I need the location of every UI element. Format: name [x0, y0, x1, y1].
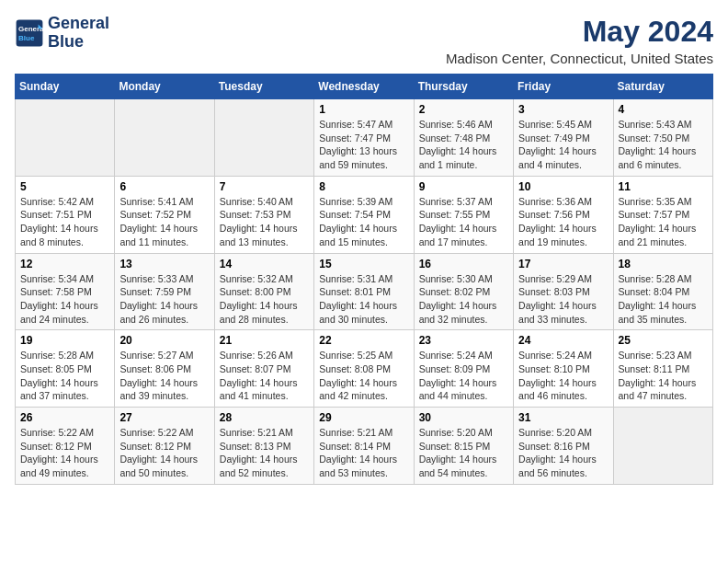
weekday-header: Tuesday: [214, 75, 313, 99]
day-number: 4: [619, 103, 708, 116]
day-info: Sunrise: 5:40 AM Sunset: 7:53 PM Dayligh…: [220, 195, 309, 249]
weekday-header-row: SundayMondayTuesdayWednesdayThursdayFrid…: [16, 75, 713, 99]
title-area: May 2024 Madison Center, Connecticut, Un…: [446, 15, 713, 66]
day-number: 22: [319, 334, 408, 347]
day-info: Sunrise: 5:33 AM Sunset: 7:59 PM Dayligh…: [119, 272, 209, 327]
subtitle: Madison Center, Connecticut, United Stat…: [446, 51, 713, 66]
calendar-table: SundayMondayTuesdayWednesdayThursdayFrid…: [15, 74, 713, 485]
weekday-header: Saturday: [613, 75, 712, 99]
calendar-cell: 8Sunrise: 5:39 AM Sunset: 7:54 PM Daylig…: [314, 176, 414, 253]
day-number: 2: [419, 103, 508, 116]
calendar-cell: [613, 408, 712, 485]
day-number: 7: [220, 180, 309, 193]
calendar-cell: [115, 99, 214, 177]
calendar-cell: 13Sunrise: 5:33 AM Sunset: 7:59 PM Dayli…: [115, 253, 214, 330]
weekday-header: Sunday: [16, 75, 115, 99]
calendar-cell: 21Sunrise: 5:26 AM Sunset: 8:07 PM Dayli…: [214, 330, 313, 408]
calendar-cell: 26Sunrise: 5:22 AM Sunset: 8:12 PM Dayli…: [16, 408, 115, 485]
day-info: Sunrise: 5:45 AM Sunset: 7:49 PM Dayligh…: [518, 118, 608, 172]
day-info: Sunrise: 5:31 AM Sunset: 8:01 PM Dayligh…: [319, 272, 408, 327]
calendar-cell: 3Sunrise: 5:45 AM Sunset: 7:49 PM Daylig…: [514, 99, 613, 177]
calendar-cell: 24Sunrise: 5:24 AM Sunset: 8:10 PM Dayli…: [514, 330, 613, 408]
day-info: Sunrise: 5:36 AM Sunset: 7:56 PM Dayligh…: [518, 195, 608, 249]
day-number: 8: [319, 180, 408, 193]
logo-icon: General Blue: [15, 18, 44, 48]
day-number: 27: [119, 411, 209, 424]
calendar-cell: 5Sunrise: 5:42 AM Sunset: 7:51 PM Daylig…: [16, 176, 115, 253]
calendar-cell: 27Sunrise: 5:22 AM Sunset: 8:12 PM Dayli…: [115, 408, 214, 485]
day-number: 14: [220, 258, 309, 270]
day-number: 26: [20, 411, 109, 424]
day-info: Sunrise: 5:32 AM Sunset: 8:00 PM Dayligh…: [220, 272, 309, 327]
weekday-header: Monday: [115, 75, 214, 99]
day-number: 23: [419, 334, 508, 347]
calendar-cell: 22Sunrise: 5:25 AM Sunset: 8:08 PM Dayli…: [314, 330, 414, 408]
calendar-cell: 11Sunrise: 5:35 AM Sunset: 7:57 PM Dayli…: [613, 176, 712, 253]
calendar-cell: 31Sunrise: 5:20 AM Sunset: 8:16 PM Dayli…: [514, 408, 613, 485]
day-info: Sunrise: 5:47 AM Sunset: 7:47 PM Dayligh…: [319, 118, 408, 172]
day-number: 29: [319, 411, 408, 424]
day-number: 3: [518, 103, 608, 116]
calendar-cell: 16Sunrise: 5:30 AM Sunset: 8:02 PM Dayli…: [414, 253, 513, 330]
calendar-cell: 17Sunrise: 5:29 AM Sunset: 8:03 PM Dayli…: [514, 253, 613, 330]
svg-text:Blue: Blue: [18, 34, 35, 42]
day-number: 1: [319, 103, 408, 116]
day-info: Sunrise: 5:46 AM Sunset: 7:48 PM Dayligh…: [419, 118, 508, 172]
day-info: Sunrise: 5:21 AM Sunset: 8:14 PM Dayligh…: [319, 426, 408, 480]
day-number: 20: [119, 334, 209, 347]
day-number: 30: [419, 411, 508, 424]
calendar-cell: 1Sunrise: 5:47 AM Sunset: 7:47 PM Daylig…: [314, 99, 414, 177]
calendar-cell: 19Sunrise: 5:28 AM Sunset: 8:05 PM Dayli…: [16, 330, 115, 408]
calendar-cell: 7Sunrise: 5:40 AM Sunset: 7:53 PM Daylig…: [214, 176, 313, 253]
calendar-cell: 30Sunrise: 5:20 AM Sunset: 8:15 PM Dayli…: [414, 408, 513, 485]
day-info: Sunrise: 5:35 AM Sunset: 7:57 PM Dayligh…: [619, 195, 708, 249]
weekday-header: Thursday: [414, 75, 513, 99]
day-info: Sunrise: 5:41 AM Sunset: 7:52 PM Dayligh…: [119, 195, 209, 249]
calendar-week-row: 1Sunrise: 5:47 AM Sunset: 7:47 PM Daylig…: [16, 99, 713, 177]
day-info: Sunrise: 5:20 AM Sunset: 8:16 PM Dayligh…: [518, 426, 608, 480]
calendar-cell: 25Sunrise: 5:23 AM Sunset: 8:11 PM Dayli…: [613, 330, 712, 408]
day-info: Sunrise: 5:34 AM Sunset: 7:58 PM Dayligh…: [20, 272, 109, 327]
day-info: Sunrise: 5:37 AM Sunset: 7:55 PM Dayligh…: [419, 195, 508, 249]
calendar-cell: 14Sunrise: 5:32 AM Sunset: 8:00 PM Dayli…: [214, 253, 313, 330]
calendar-cell: 29Sunrise: 5:21 AM Sunset: 8:14 PM Dayli…: [314, 408, 414, 485]
day-number: 19: [20, 334, 109, 347]
day-number: 15: [319, 258, 408, 270]
calendar-cell: 10Sunrise: 5:36 AM Sunset: 7:56 PM Dayli…: [514, 176, 613, 253]
day-number: 13: [119, 258, 209, 270]
day-info: Sunrise: 5:26 AM Sunset: 8:07 PM Dayligh…: [220, 349, 309, 403]
day-number: 25: [619, 334, 708, 347]
day-info: Sunrise: 5:25 AM Sunset: 8:08 PM Dayligh…: [319, 349, 408, 403]
calendar-cell: 15Sunrise: 5:31 AM Sunset: 8:01 PM Dayli…: [314, 253, 414, 330]
calendar-cell: 28Sunrise: 5:21 AM Sunset: 8:13 PM Dayli…: [214, 408, 313, 485]
day-number: 17: [518, 258, 608, 270]
day-info: Sunrise: 5:22 AM Sunset: 8:12 PM Dayligh…: [119, 426, 209, 480]
day-number: 5: [20, 180, 109, 193]
day-info: Sunrise: 5:29 AM Sunset: 8:03 PM Dayligh…: [518, 272, 608, 327]
logo-text: General Blue: [48, 15, 109, 52]
weekday-header: Wednesday: [314, 75, 414, 99]
day-info: Sunrise: 5:20 AM Sunset: 8:15 PM Dayligh…: [419, 426, 508, 480]
day-info: Sunrise: 5:43 AM Sunset: 7:50 PM Dayligh…: [619, 118, 708, 172]
day-number: 31: [518, 411, 608, 424]
calendar-cell: 12Sunrise: 5:34 AM Sunset: 7:58 PM Dayli…: [16, 253, 115, 330]
calendar-cell: 20Sunrise: 5:27 AM Sunset: 8:06 PM Dayli…: [115, 330, 214, 408]
calendar-cell: 18Sunrise: 5:28 AM Sunset: 8:04 PM Dayli…: [613, 253, 712, 330]
day-number: 6: [119, 180, 209, 193]
calendar-cell: 23Sunrise: 5:24 AM Sunset: 8:09 PM Dayli…: [414, 330, 513, 408]
day-number: 11: [619, 180, 708, 193]
day-info: Sunrise: 5:28 AM Sunset: 8:05 PM Dayligh…: [20, 349, 109, 403]
day-info: Sunrise: 5:24 AM Sunset: 8:10 PM Dayligh…: [518, 349, 608, 403]
calendar-week-row: 26Sunrise: 5:22 AM Sunset: 8:12 PM Dayli…: [16, 408, 713, 485]
day-info: Sunrise: 5:27 AM Sunset: 8:06 PM Dayligh…: [119, 349, 209, 403]
day-info: Sunrise: 5:22 AM Sunset: 8:12 PM Dayligh…: [20, 426, 109, 480]
day-number: 12: [20, 258, 109, 270]
weekday-header: Friday: [514, 75, 613, 99]
header: General Blue General Blue May 2024 Madis…: [15, 15, 713, 66]
day-number: 10: [518, 180, 608, 193]
day-number: 28: [220, 411, 309, 424]
calendar-cell: 4Sunrise: 5:43 AM Sunset: 7:50 PM Daylig…: [613, 99, 712, 177]
day-info: Sunrise: 5:30 AM Sunset: 8:02 PM Dayligh…: [419, 272, 508, 327]
day-info: Sunrise: 5:23 AM Sunset: 8:11 PM Dayligh…: [619, 349, 708, 403]
day-number: 24: [518, 334, 608, 347]
